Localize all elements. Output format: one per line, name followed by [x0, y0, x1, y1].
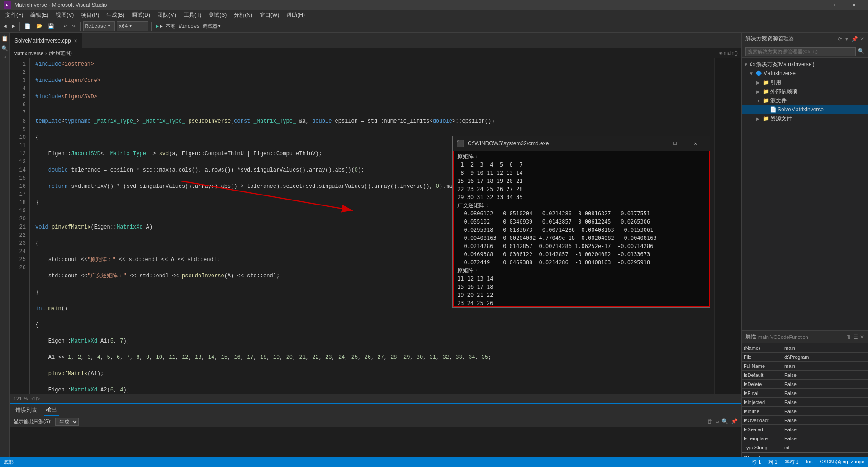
cmd-maximize-btn[interactable]: □ — [664, 137, 685, 150]
menu-edit[interactable]: 编辑(E) — [27, 10, 52, 20]
categorize-icon[interactable]: ☰ — [853, 334, 858, 340]
menu-debug[interactable]: 调试(D) — [128, 10, 154, 20]
prop-file-label: File — [742, 354, 783, 360]
properties-title: 属性 — [745, 333, 756, 341]
close-button[interactable]: ✕ — [844, 0, 864, 10]
prop-isfinal-value: False — [783, 391, 868, 396]
close-panel-icon[interactable]: ✕ — [860, 36, 864, 42]
props-close-icon[interactable]: ✕ — [860, 334, 864, 340]
status-ins: Ins — [806, 459, 813, 466]
prop-row-isdefault: IsDefault False — [742, 371, 868, 380]
output-toolbar-icons: 🗑 ↵ 🔍 📌 — [707, 418, 738, 425]
find-icon[interactable]: 🔍 — [721, 418, 728, 425]
tab-close-icon[interactable]: ✕ — [74, 38, 77, 43]
cmd-minimize-btn[interactable]: — — [644, 137, 664, 150]
minimize-button[interactable]: — — [802, 0, 823, 10]
search-icon[interactable]: 🔍 — [858, 48, 864, 55]
menu-test[interactable]: 测试(S) — [205, 10, 230, 20]
tab-error-list[interactable]: 错误列表 — [14, 404, 39, 416]
filter-icon[interactable]: ▼ — [844, 36, 849, 42]
platform-dropdown[interactable]: x64 ▼ — [117, 21, 148, 31]
solution-explorer-header: 解决方案资源管理器 ⟳ ▼ 📌 ✕ — [742, 33, 868, 45]
cmd-title-bar[interactable]: ⬛ C:\WINDOWS\system32\cmd.exe — □ ✕ — [453, 136, 710, 151]
properties-target: main VCCodeFunction — [758, 334, 808, 340]
zoom-level: 121 % — [14, 396, 28, 401]
toolbar-forward-btn[interactable]: ▶ — [10, 22, 17, 30]
toolbar-save-btn[interactable]: 💾 — [46, 22, 56, 30]
breadcrumb-project[interactable]: MatrixInverse — [14, 51, 43, 56]
tree-node-file[interactable]: 📄 SolveMatrixInverse — [742, 105, 868, 114]
minimap[interactable] — [714, 58, 741, 394]
tab-output[interactable]: 输出 — [44, 404, 59, 416]
line-numbers: 12345 678910 1112131415 1617181920 21222… — [10, 58, 30, 394]
output-content — [10, 427, 741, 458]
breadcrumb-scope-global[interactable]: (全局范围) — [49, 50, 72, 57]
menu-help[interactable]: 帮助(H) — [283, 10, 308, 20]
tab-bar: SolveMatrixInverse.cpp ✕ — [10, 33, 741, 48]
output-source-select[interactable]: 生成 — [55, 418, 79, 426]
prop-row-isinline: IsInline False — [742, 407, 868, 416]
prop-row-isfinal: IsFinal False — [742, 389, 868, 398]
status-col: 列 1 — [768, 459, 777, 466]
tree-node-refs[interactable]: ▶ 📁 引用 — [742, 78, 868, 87]
breadcrumb-right: ◈ main() — [719, 50, 738, 56]
maximize-button[interactable]: □ — [823, 0, 844, 10]
menu-window[interactable]: 窗口(W) — [256, 10, 283, 20]
sidebar-git-icon[interactable]: ⑂ — [1, 54, 9, 62]
prop-file-value: d:\Program — [783, 354, 868, 360]
arrow-right-icon-3: ▶ — [756, 116, 762, 121]
solution-search-input[interactable] — [745, 47, 856, 56]
prop-isinline-label: IsInline — [742, 409, 783, 414]
toolbar-back-btn[interactable]: ◀ — [2, 22, 9, 30]
prop-typestring-label: TypeString — [742, 445, 783, 450]
status-bar: 底部 行 1 列 1 字符 1 Ins CSDN @jing_zhuge — [0, 457, 868, 467]
tab-label: SolveMatrixInverse.cpp — [14, 38, 71, 44]
sync-icon[interactable]: ⟳ — [838, 36, 842, 42]
cmd-controls: — □ ✕ — [644, 137, 706, 150]
prop-isfinal-label: IsFinal — [742, 391, 783, 396]
toolbar-new-btn[interactable]: 📄 — [23, 22, 33, 30]
menu-file[interactable]: 文件(F) — [2, 10, 27, 20]
toolbar-undo-btn[interactable]: ↩ — [62, 22, 69, 30]
toolbar-redo-btn[interactable]: ↪ — [71, 22, 77, 30]
prop-row-isdelete: IsDelete False — [742, 380, 868, 389]
arrow-down-icon-2: ▼ — [749, 71, 754, 76]
tree-node-project[interactable]: ▼ 🔷 MatrixInverse — [742, 69, 868, 78]
tree-node-source-files[interactable]: ▼ 📁 源文件 — [742, 96, 868, 105]
tab-solvematrixinverse[interactable]: SolveMatrixInverse.cpp ✕ — [10, 33, 82, 48]
menu-build[interactable]: 生成(B) — [103, 10, 128, 20]
prop-row-istemplate: IsTemplate False — [742, 434, 868, 443]
prop-isinjected-label: IsInjected — [742, 400, 783, 405]
menu-analyze[interactable]: 分析(N) — [230, 10, 256, 20]
sort-icon[interactable]: ⇅ — [847, 334, 851, 340]
sidebar-search-icon[interactable]: 🔍 — [1, 44, 9, 52]
status-right-info: CSDN @jing_zhuge — [820, 459, 864, 466]
menu-tools[interactable]: 工具(T) — [180, 10, 205, 20]
chevron-down-icon: ▼ — [108, 24, 110, 28]
menu-team[interactable]: 团队(M) — [154, 10, 180, 20]
tree-label-6: SolveMatrixInverse — [778, 106, 824, 113]
sidebar-explorer-icon[interactable]: 📋 — [1, 34, 9, 43]
platform-label: x64 — [119, 24, 128, 29]
prop-row-name: (Name) main — [742, 343, 868, 353]
prop-isdefault-label: IsDefault — [742, 372, 783, 378]
tree-node-solution[interactable]: ▼ 🗂 解决方案'MatrixInverse'( — [742, 60, 868, 69]
cmd-close-btn[interactable]: ✕ — [685, 137, 706, 150]
prop-row-isoverload: IsOverload: False — [742, 416, 868, 425]
configuration-dropdown[interactable]: Release ▼ — [83, 21, 115, 31]
run-debugger-btn[interactable]: ▶ ▶ 本地 Windows 调试器 ▼ — [154, 22, 223, 30]
solution-search: 🔍 — [742, 45, 868, 58]
tree-node-resource-files[interactable]: ▶ 📁 资源文件 — [742, 114, 868, 123]
output-source-label: 显示输出来源(S): — [14, 418, 52, 425]
pin-icon[interactable]: 📌 — [731, 418, 738, 425]
prop-row-typestring: TypeString int — [742, 443, 868, 452]
tree-node-extern-deps[interactable]: ▶ 📁 外部依赖项 — [742, 87, 868, 96]
toolbar-open-btn[interactable]: 📂 — [34, 22, 44, 30]
word-wrap-icon[interactable]: ↵ — [716, 418, 719, 425]
clear-icon[interactable]: 🗑 — [707, 418, 713, 425]
status-char: 字符 1 — [785, 459, 799, 466]
pin-right-icon[interactable]: 📌 — [851, 36, 858, 42]
menu-view[interactable]: 视图(V) — [52, 10, 77, 20]
left-sidebar: 📋 🔍 ⑂ — [0, 33, 10, 457]
menu-project[interactable]: 项目(P) — [77, 10, 103, 20]
